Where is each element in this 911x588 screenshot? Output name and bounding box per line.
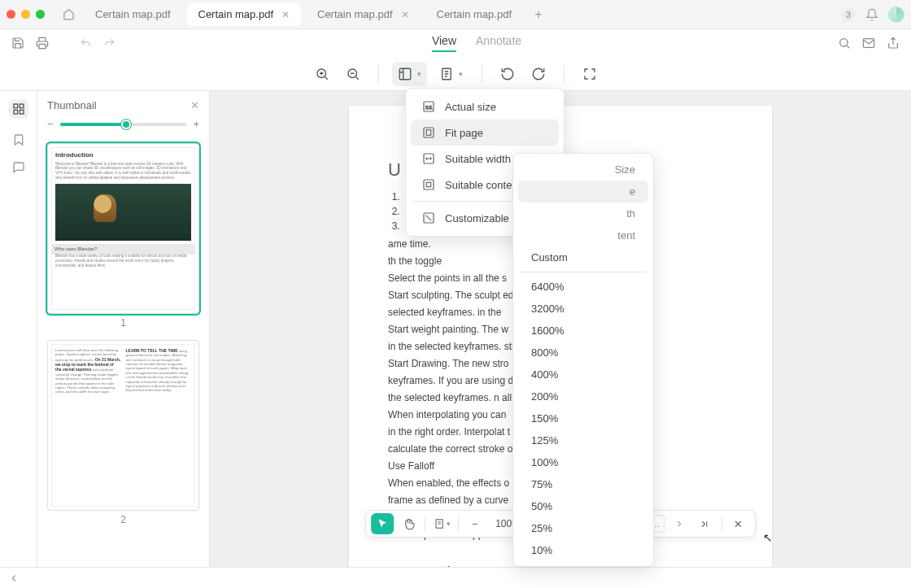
thumbnail-1[interactable]: Introduction Welcome to Blender! Blender… xyxy=(47,143,199,329)
zoom-level[interactable]: 10% xyxy=(518,539,648,561)
tab-0[interactable]: Certain map.pdf xyxy=(84,3,182,26)
zoom-in-button[interactable] xyxy=(310,62,334,86)
zoom-level[interactable]: 400% xyxy=(518,364,648,385)
separator xyxy=(564,65,564,83)
page-layout-mini[interactable]: ▾ xyxy=(430,513,453,534)
maximize-window[interactable] xyxy=(36,10,45,19)
zoom-level[interactable]: 800% xyxy=(518,342,648,364)
separator xyxy=(378,65,379,83)
next-page[interactable] xyxy=(668,513,691,534)
tab-label: Certain map.pdf xyxy=(198,8,274,20)
bell-icon[interactable] xyxy=(865,8,878,21)
hand-tool[interactable] xyxy=(397,513,420,534)
zoom-partial-3[interactable]: tent xyxy=(518,224,648,246)
zoom-level[interactable]: 50% xyxy=(518,495,648,517)
thumb-image xyxy=(55,184,191,241)
toolbar-view: ▾ ▾ xyxy=(0,57,911,91)
zoom-level[interactable]: 3200% xyxy=(518,298,648,320)
search-icon[interactable] xyxy=(838,37,851,50)
zoom-level[interactable]: 150% xyxy=(518,407,648,429)
menu-separator xyxy=(520,272,647,272)
svg-point-1 xyxy=(840,39,848,46)
toolbar-primary: View Annotate xyxy=(0,29,911,57)
svg-rect-5 xyxy=(399,68,411,80)
fit-mode-dropdown[interactable]: ▾ xyxy=(392,62,427,86)
fullscreen-button[interactable] xyxy=(578,62,602,86)
zoom-level[interactable]: 25% xyxy=(518,517,648,539)
cursor-tool[interactable] xyxy=(371,513,394,534)
rotate-cw-button[interactable] xyxy=(526,62,551,86)
redo-icon[interactable] xyxy=(103,37,116,50)
last-page[interactable] xyxy=(694,513,717,534)
thumbnail-2[interactable]: Lorem ipsum will draw over the following… xyxy=(47,340,199,525)
zoom-out-button[interactable] xyxy=(341,62,365,86)
share-icon[interactable] xyxy=(887,37,900,50)
actual-size-icon: 1:1 xyxy=(422,100,435,113)
thumb-size-slider[interactable] xyxy=(60,123,187,126)
chevron-down-icon: ▾ xyxy=(417,70,421,78)
tab-label: Certain map.pdf xyxy=(437,8,512,20)
menu-label: Custom xyxy=(531,251,568,264)
tab-1[interactable]: Certain map.pdf✕ xyxy=(187,3,302,26)
fit-width-icon xyxy=(422,152,435,165)
menu-label: Suitable width xyxy=(445,153,511,165)
rail-thumbnails[interactable] xyxy=(9,99,28,119)
print-icon[interactable] xyxy=(36,37,49,50)
zoom-partial-1[interactable]: e xyxy=(518,181,648,203)
fit-page[interactable]: Fit page xyxy=(411,120,559,146)
tab-3[interactable]: Certain map.pdf xyxy=(425,3,524,26)
fit-page-icon xyxy=(422,126,435,139)
avatar[interactable] xyxy=(888,7,904,23)
close-tab-icon[interactable]: ✕ xyxy=(401,9,409,20)
zoom-level[interactable]: 1600% xyxy=(518,320,648,342)
fit-actual-size[interactable]: 1:1 Actual size xyxy=(411,94,559,120)
menu-label: Suitable content xyxy=(445,179,521,191)
zoom-out-mini[interactable]: − xyxy=(464,513,486,534)
separator xyxy=(482,65,482,83)
mail-icon[interactable] xyxy=(862,37,875,50)
close-icon[interactable]: ✕ xyxy=(190,99,199,111)
zoom-partial-0[interactable]: Size xyxy=(518,159,648,181)
thumb-size-minus[interactable]: − xyxy=(47,118,54,130)
rotate-ccw-button[interactable] xyxy=(495,62,520,86)
undo-icon[interactable] xyxy=(80,37,92,50)
add-tab-button[interactable]: + xyxy=(528,7,549,22)
zoom-level[interactable]: 125% xyxy=(518,429,648,451)
mode-annotate[interactable]: Annotate xyxy=(476,34,521,52)
collapse-sidebar-icon[interactable] xyxy=(8,573,20,584)
save-icon[interactable] xyxy=(11,37,24,50)
home-button[interactable] xyxy=(58,4,79,25)
thumb-size-plus[interactable]: + xyxy=(193,118,199,130)
tab-2[interactable]: Certain map.pdf✕ xyxy=(306,3,421,26)
fit-icon xyxy=(398,67,412,81)
menu-label: Actual size xyxy=(445,101,496,113)
thumb-heading: Introduction xyxy=(55,151,191,159)
zoom-level[interactable]: 75% xyxy=(518,473,648,495)
close-tab-icon[interactable]: ✕ xyxy=(281,9,290,20)
rail-bookmarks[interactable] xyxy=(12,133,25,146)
tab-label: Certain map.pdf xyxy=(317,8,393,20)
window-controls xyxy=(7,10,45,19)
notification-badge[interactable]: 3 xyxy=(841,7,856,22)
separator xyxy=(425,516,425,532)
svg-rect-9 xyxy=(14,110,18,114)
zoom-level[interactable]: 6400% xyxy=(518,276,648,298)
zoom-level[interactable]: 100% xyxy=(518,451,648,473)
page-layout-dropdown[interactable]: ▾ xyxy=(434,62,469,86)
fit-content-icon xyxy=(422,178,435,191)
thumb-number: 2 xyxy=(47,514,199,525)
menu-label: Fit page xyxy=(445,127,483,139)
rail-comments[interactable] xyxy=(12,161,25,174)
svg-rect-14 xyxy=(424,128,434,137)
zoom-level[interactable]: 200% xyxy=(518,385,648,407)
zoom-partial-2[interactable]: th xyxy=(518,203,648,224)
svg-rect-10 xyxy=(20,110,24,114)
close-floatbar[interactable]: ✕ xyxy=(727,513,750,534)
titlebar: Certain map.pdf Certain map.pdf✕ Certain… xyxy=(0,0,911,29)
zoom-custom[interactable]: Custom xyxy=(518,246,648,268)
thumbnail-list[interactable]: Introduction Welcome to Blender! Blender… xyxy=(37,138,209,567)
mode-view[interactable]: View xyxy=(432,34,456,52)
minimize-window[interactable] xyxy=(21,10,30,19)
close-window[interactable] xyxy=(7,10,15,19)
tab-label: Certain map.pdf xyxy=(95,8,171,20)
